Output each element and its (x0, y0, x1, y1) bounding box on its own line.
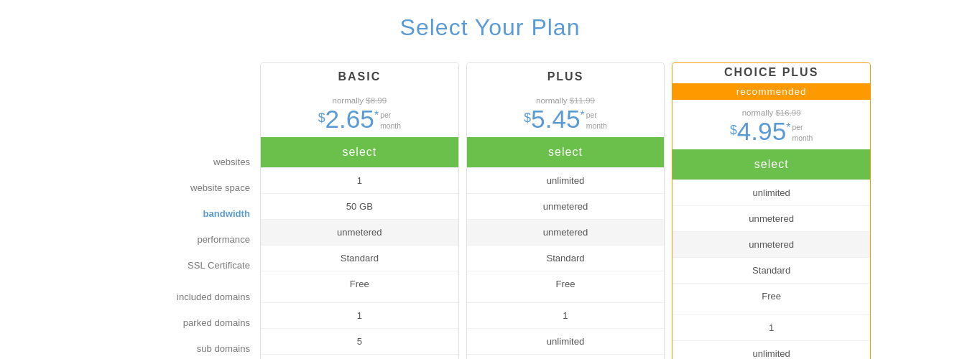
plus-dollar: $ (524, 111, 531, 126)
choice-plus-performance: Standard (672, 257, 870, 283)
basic-name: BASIC (268, 70, 451, 83)
plans-container: BASIC normally $8.99 $ 2.65 * permonth s… (260, 62, 871, 359)
choice-plus-per: permonth (792, 123, 813, 144)
choice-plus-amount: 4.95 (737, 118, 787, 144)
choice-plus-name: CHOICE PLUS (680, 66, 863, 79)
page-title: Select Your Plan (109, 14, 871, 41)
choice-plus-top: CHOICE PLUS recommended (672, 63, 870, 100)
basic-sub-domains: 25 (261, 354, 458, 359)
plus-parked-domains: unlimited (467, 328, 665, 354)
label-performance: performance (109, 226, 260, 252)
basic-header: BASIC (261, 63, 458, 88)
basic-asterisk: * (374, 109, 379, 122)
plus-amount: 5.45 (531, 106, 581, 131)
plus-price-main: $ 5.45 * permonth (474, 106, 657, 131)
choice-plus-normal-price: $16.99 (775, 108, 800, 117)
basic-price-area: normally $8.99 $ 2.65 * permonth (261, 88, 458, 137)
plan-plus: PLUS normally $11.99 $ 5.45 * permonth s… (466, 62, 665, 359)
basic-included-domains: 1 (261, 302, 458, 328)
choice-plus-features: unlimited unmetered unmetered Standard F… (672, 180, 870, 359)
label-website-space: website space (109, 174, 260, 200)
plus-header: PLUS (467, 63, 665, 88)
basic-normal-price: $8.99 (366, 96, 387, 105)
choice-plus-website-space: unmetered (672, 205, 870, 231)
choice-plus-price-area: normally $16.99 $ 4.95 * permonth (672, 100, 870, 149)
basic-select-button[interactable]: select (261, 137, 458, 167)
recommended-badge: recommended (672, 83, 870, 100)
choice-plus-ssl: Free (672, 283, 870, 309)
plus-sub-domains: unlimited (467, 354, 665, 359)
plan-choice-plus: CHOICE PLUS recommended normally $16.99 … (672, 62, 871, 359)
basic-per: permonth (380, 111, 401, 131)
plus-included-domains: 1 (467, 302, 665, 328)
basic-bandwidth: unmetered (261, 219, 458, 245)
label-websites: websites (109, 149, 260, 174)
label-sub-domains: sub domains (109, 335, 260, 359)
basic-amount: 2.65 (325, 106, 374, 131)
plus-normal-price: $11.99 (570, 96, 595, 105)
plus-normally: normally $11.99 (474, 96, 657, 105)
choice-plus-websites: unlimited (672, 180, 870, 205)
plus-website-space: unmetered (467, 193, 665, 219)
basic-parked-domains: 5 (261, 328, 458, 354)
plan-basic: BASIC normally $8.99 $ 2.65 * permonth s… (260, 62, 459, 359)
plus-performance: Standard (467, 245, 665, 271)
choice-plus-included-domains: 1 (672, 314, 870, 340)
basic-website-space: 50 GB (261, 193, 458, 219)
plus-per: permonth (586, 111, 607, 131)
plus-name: PLUS (474, 70, 657, 83)
label-ssl: SSL Certificate (109, 252, 260, 278)
plus-ssl: Free (467, 271, 665, 297)
plus-bandwidth: unmetered (467, 219, 665, 245)
choice-plus-normally: normally $16.99 (680, 108, 863, 117)
basic-price-main: $ 2.65 * permonth (268, 106, 451, 131)
choice-plus-bandwidth: unmetered (672, 231, 870, 257)
plus-websites: unlimited (467, 167, 665, 193)
basic-normally: normally $8.99 (268, 96, 451, 105)
plus-asterisk: * (581, 109, 585, 122)
plus-select-button[interactable]: select (467, 137, 665, 167)
feature-labels-column: websites website space bandwidth perform… (109, 62, 260, 359)
label-bandwidth: bandwidth (109, 200, 260, 226)
page-wrapper: Select Your Plan websites website space … (95, 0, 885, 359)
plans-layout: websites website space bandwidth perform… (109, 62, 871, 359)
choice-plus-asterisk: * (786, 121, 790, 134)
basic-websites: 1 (261, 167, 458, 193)
label-parked-domains: parked domains (109, 309, 260, 335)
label-included-domains: included domains (109, 284, 260, 309)
basic-ssl: Free (261, 271, 458, 297)
basic-dollar: $ (318, 111, 325, 126)
choice-plus-dollar: $ (730, 123, 737, 138)
basic-performance: Standard (261, 245, 458, 271)
choice-plus-parked-domains: unlimited (672, 340, 870, 359)
plus-price-area: normally $11.99 $ 5.45 * permonth (467, 88, 665, 137)
basic-features: 1 50 GB unmetered Standard Free 1 5 25 5 (261, 167, 458, 359)
choice-plus-select-button[interactable]: select (672, 149, 870, 180)
plus-features: unlimited unmetered unmetered Standard F… (467, 167, 665, 359)
choice-plus-price-main: $ 4.95 * permonth (680, 118, 863, 144)
